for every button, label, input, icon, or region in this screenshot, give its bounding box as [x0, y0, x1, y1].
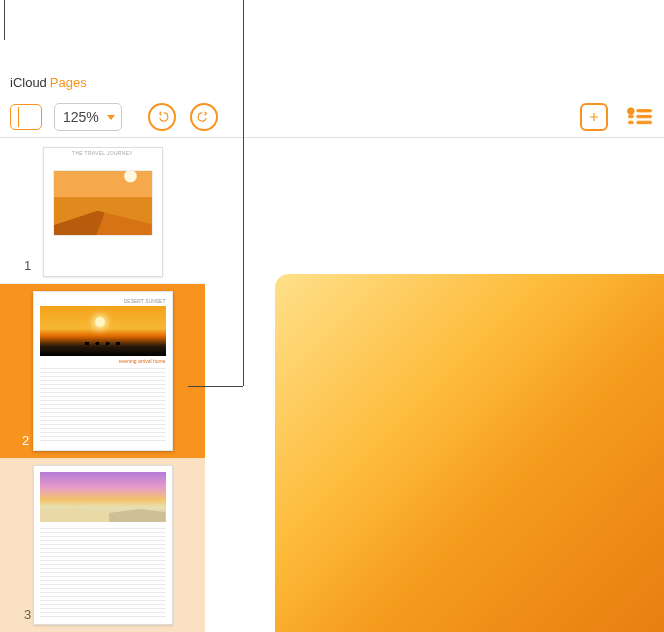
callout-connector-vertical [243, 40, 244, 386]
page-title-text: THE TRAVEL JOURNEY [49, 150, 155, 164]
svg-rect-5 [628, 121, 633, 124]
callout-line-1 [4, 0, 5, 40]
desert-dune-image [53, 170, 153, 236]
document-canvas[interactable] [205, 138, 664, 632]
callout-area [0, 0, 664, 68]
page-number: 2 [22, 433, 29, 448]
purple-sky-dunes-image [40, 472, 166, 522]
format-icon [626, 107, 654, 127]
main-area: THE TRAVEL JOURNEY 1 DESERT SUNSET eveni… [0, 138, 664, 632]
page-thumbnail-content [33, 465, 173, 625]
app-name-label: Pages [50, 75, 87, 90]
page-thumbnail-content: DESERT SUNSET evening arrival home [33, 291, 173, 451]
svg-rect-4 [628, 115, 633, 118]
undo-icon [155, 110, 169, 124]
page-number: 1 [24, 258, 31, 273]
page-body-text [40, 368, 166, 444]
redo-icon [197, 110, 211, 124]
zoom-select[interactable]: 125% [54, 103, 122, 131]
page-thumbnail-selected[interactable]: DESERT SUNSET evening arrival home 2 [0, 284, 205, 458]
page-thumbnails-sidebar[interactable]: THE TRAVEL JOURNEY 1 DESERT SUNSET eveni… [0, 138, 205, 632]
title-bar: iCloud Pages [0, 68, 664, 96]
chevron-down-icon [107, 115, 115, 120]
svg-rect-3 [637, 121, 652, 124]
svg-point-0 [628, 107, 635, 114]
sunset-caravan-image [40, 306, 166, 356]
page-header-text: DESERT SUNSET [40, 298, 166, 306]
undo-button[interactable] [148, 103, 176, 131]
plus-icon [587, 110, 601, 124]
page-thumbnail[interactable]: 3 [0, 458, 205, 632]
sidebar-toggle-button[interactable] [10, 104, 42, 130]
callout-line-2 [243, 0, 244, 40]
insert-button[interactable] [580, 103, 608, 131]
toolbar: 125% [0, 96, 664, 138]
svg-rect-1 [637, 109, 652, 112]
redo-button[interactable] [190, 103, 218, 131]
page-thumbnail-content: THE TRAVEL JOURNEY [43, 147, 163, 277]
page-caption-text: evening arrival home [40, 358, 166, 366]
page-thumbnail[interactable]: THE TRAVEL JOURNEY 1 [0, 138, 205, 284]
callout-connector-horizontal [188, 386, 243, 387]
zoom-value: 125% [63, 109, 99, 125]
page-number: 3 [24, 607, 31, 622]
icloud-label: iCloud [10, 75, 47, 90]
page-body-text [40, 528, 166, 618]
svg-rect-2 [637, 115, 652, 118]
format-panel-button[interactable] [626, 107, 654, 127]
document-hero-image[interactable] [275, 274, 664, 632]
